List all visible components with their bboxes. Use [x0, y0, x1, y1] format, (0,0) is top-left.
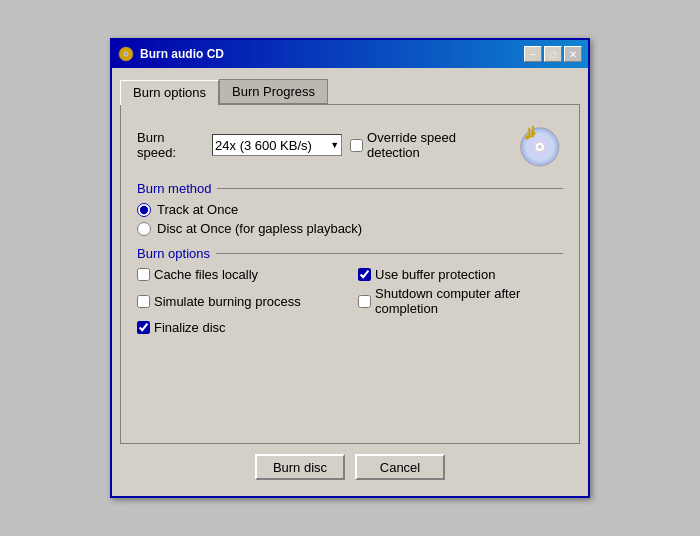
use-buffer-checkbox[interactable]: [358, 268, 371, 281]
title-bar: Burn audio CD − □ ✕: [112, 40, 588, 68]
burn-options-grid: Cache files locally Use buffer protectio…: [137, 267, 563, 335]
finalize-disc-label[interactable]: Finalize disc: [137, 320, 342, 335]
window-body: Burn options Burn Progress Burn speed: 4…: [112, 68, 588, 496]
restore-button[interactable]: □: [544, 46, 562, 62]
cache-files-label[interactable]: Cache files locally: [137, 267, 342, 282]
shutdown-after-checkbox[interactable]: [358, 295, 371, 308]
burn-speed-row: Burn speed: 4x (600 KB/s) 8x (1 200 KB/s…: [137, 119, 563, 171]
speed-select[interactable]: 4x (600 KB/s) 8x (1 200 KB/s) 16x (2 400…: [212, 134, 342, 156]
shutdown-after-label[interactable]: Shutdown computer after completion: [358, 286, 563, 316]
simulate-burning-text: Simulate burning process: [154, 294, 301, 309]
use-buffer-label[interactable]: Use buffer protection: [358, 267, 563, 282]
svg-point-10: [531, 131, 536, 136]
shutdown-after-text: Shutdown computer after completion: [375, 286, 563, 316]
simulate-burning-label[interactable]: Simulate burning process: [137, 286, 342, 316]
track-at-once-text: Track at Once: [157, 202, 238, 217]
svg-point-2: [125, 53, 127, 55]
svg-point-9: [525, 135, 530, 140]
simulate-burning-checkbox[interactable]: [137, 295, 150, 308]
svg-point-5: [538, 145, 542, 149]
burn-disc-button[interactable]: Burn disc: [255, 454, 345, 480]
window-icon: [118, 46, 134, 62]
burn-speed-label: Burn speed:: [137, 130, 204, 160]
cache-files-checkbox[interactable]: [137, 268, 150, 281]
burn-options-section-header: Burn options: [137, 246, 563, 261]
finalize-disc-checkbox[interactable]: [137, 321, 150, 334]
cache-files-text: Cache files locally: [154, 267, 258, 282]
bottom-bar: Burn disc Cancel: [120, 444, 580, 488]
tab-bar: Burn options Burn Progress: [120, 76, 580, 104]
track-at-once-label[interactable]: Track at Once: [137, 202, 563, 217]
cd-music-icon: [513, 119, 563, 171]
disc-at-once-text: Disc at Once (for gapless playback): [157, 221, 362, 236]
burn-method-section-header: Burn method: [137, 181, 563, 196]
finalize-disc-text: Finalize disc: [154, 320, 226, 335]
title-buttons: − □ ✕: [524, 46, 582, 62]
override-speed-label[interactable]: Override speed detection: [350, 130, 505, 160]
tab-burn-options[interactable]: Burn options: [120, 80, 219, 105]
speed-select-wrapper: 4x (600 KB/s) 8x (1 200 KB/s) 16x (2 400…: [212, 134, 342, 156]
track-at-once-radio[interactable]: [137, 203, 151, 217]
cancel-button[interactable]: Cancel: [355, 454, 445, 480]
disc-at-once-radio[interactable]: [137, 222, 151, 236]
override-speed-text: Override speed detection: [367, 130, 505, 160]
tab-content: Burn speed: 4x (600 KB/s) 8x (1 200 KB/s…: [120, 104, 580, 444]
use-buffer-text: Use buffer protection: [375, 267, 495, 282]
burn-method-group: Track at Once Disc at Once (for gapless …: [137, 202, 563, 236]
override-speed-checkbox[interactable]: [350, 139, 363, 152]
disc-at-once-label[interactable]: Disc at Once (for gapless playback): [137, 221, 563, 236]
window-title: Burn audio CD: [140, 47, 224, 61]
minimize-button[interactable]: −: [524, 46, 542, 62]
tab-burn-progress[interactable]: Burn Progress: [219, 79, 328, 104]
close-button[interactable]: ✕: [564, 46, 582, 62]
title-bar-left: Burn audio CD: [118, 46, 224, 62]
main-window: Burn audio CD − □ ✕ Burn options Burn Pr…: [110, 38, 590, 498]
